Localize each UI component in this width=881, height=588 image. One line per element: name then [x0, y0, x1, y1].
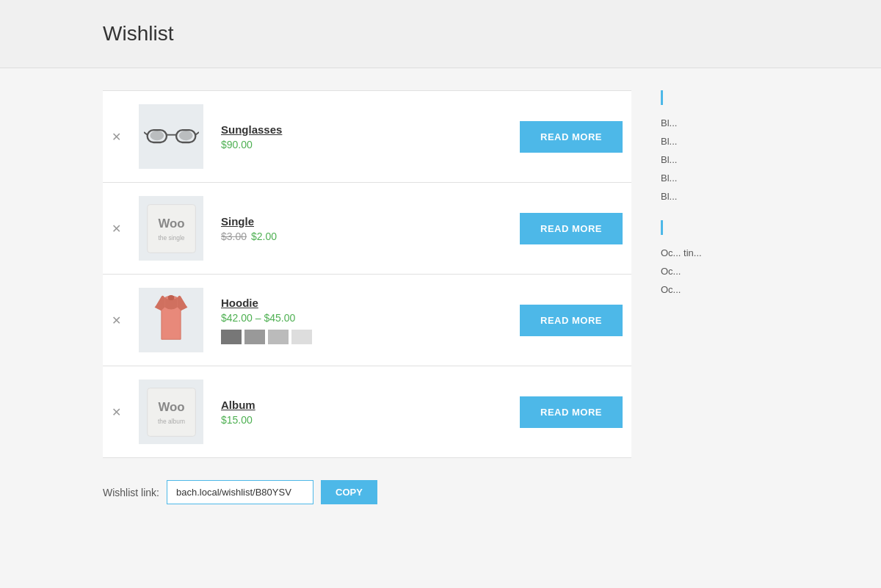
table-row: ✕ Woo the album Album $15.00 READ MORE [103, 366, 631, 458]
product-thumbnail [130, 91, 212, 183]
read-more-button[interactable]: READ MORE [520, 396, 623, 428]
page-title: Wishlist [103, 22, 778, 46]
product-thumb-image [139, 104, 203, 169]
product-info: Single $3.00$2.00 [212, 183, 411, 275]
remove-button[interactable]: ✕ [103, 183, 130, 275]
sidebar-item[interactable]: Bl... [661, 132, 778, 150]
copy-button[interactable]: COPY [321, 480, 377, 504]
sidebar-recent-comments-accent [661, 220, 663, 235]
svg-point-6 [178, 131, 192, 140]
product-thumbnail: Woo the single [130, 183, 212, 275]
remove-button[interactable]: ✕ [103, 366, 130, 458]
price-display: $90.00 [221, 139, 253, 150]
read-more-button[interactable]: READ MORE [520, 213, 623, 244]
sidebar-comment-item[interactable]: Oc... [661, 280, 778, 299]
svg-point-10 [168, 295, 175, 300]
read-more-button[interactable]: READ MORE [520, 305, 623, 336]
product-action: READ MORE [411, 275, 631, 366]
svg-text:the single: the single [158, 233, 184, 241]
product-thumb-image: Woo the single [139, 196, 203, 261]
read-more-button[interactable]: READ MORE [520, 121, 623, 153]
product-action: READ MORE [411, 366, 631, 458]
product-thumbnail: Woo the album [130, 366, 212, 458]
sidebar-recent-posts-list: Bl... Bl... Bl... Bl... Bl... [661, 114, 778, 206]
sidebar-comment-item[interactable]: Oc... tin... [661, 244, 778, 262]
product-action: READ MORE [411, 91, 631, 183]
product-name[interactable]: Sunglasses [221, 123, 402, 136]
color-swatches [221, 330, 402, 344]
product-price: $15.00 [221, 414, 402, 426]
sidebar: Bl... Bl... Bl... Bl... Bl... Oc... tin.… [661, 90, 778, 504]
sidebar-item[interactable]: Bl... [661, 114, 778, 132]
svg-point-5 [150, 131, 164, 140]
remove-button[interactable]: ✕ [103, 91, 130, 183]
remove-button[interactable]: ✕ [103, 275, 130, 366]
color-swatch[interactable] [244, 330, 265, 344]
product-name[interactable]: Album [221, 399, 402, 411]
sidebar-recent-comments-list: Oc... tin... Oc... Oc... [661, 244, 778, 299]
sidebar-item[interactable]: Bl... [661, 187, 778, 206]
svg-text:the album: the album [158, 417, 185, 424]
product-info: Hoodie $42.00 – $45.00 [212, 275, 411, 366]
wishlist-table: ✕ Sunglasses $90.00 READ MORE ✕ Woo the … [103, 90, 631, 458]
color-swatch[interactable] [291, 330, 312, 344]
product-thumb-image [139, 288, 203, 352]
sidebar-recent-posts-accent [661, 90, 663, 105]
product-thumbnail [130, 275, 212, 366]
wishlist-section: ✕ Sunglasses $90.00 READ MORE ✕ Woo the … [103, 90, 631, 504]
color-swatch[interactable] [268, 330, 289, 344]
sidebar-item[interactable]: Bl... [661, 169, 778, 187]
product-price: $3.00$2.00 [221, 231, 402, 242]
product-action: READ MORE [411, 183, 631, 275]
product-thumb-image: Woo the album [139, 380, 203, 444]
product-name[interactable]: Single [221, 215, 402, 228]
product-info: Album $15.00 [212, 366, 411, 458]
svg-text:Woo: Woo [158, 216, 184, 230]
price-sale: $2.00 [251, 231, 277, 242]
product-name[interactable]: Hoodie [221, 297, 402, 309]
product-price: $42.00 – $45.00 [221, 312, 402, 324]
price-original: $3.00 [221, 231, 247, 242]
table-row: ✕ Sunglasses $90.00 READ MORE [103, 91, 631, 183]
svg-line-3 [144, 131, 148, 134]
wishlist-link-section: Wishlist link: COPY [103, 480, 631, 504]
svg-line-4 [195, 131, 199, 134]
product-info: Sunglasses $90.00 [212, 91, 411, 183]
table-row: ✕ Hoodie $42.00 – $45.00 READ MORE [103, 275, 631, 366]
svg-text:Woo: Woo [158, 399, 184, 413]
product-price: $90.00 [221, 139, 402, 150]
sidebar-item[interactable]: Bl... [661, 150, 778, 169]
wishlist-link-label: Wishlist link: [103, 487, 159, 498]
price-display: $42.00 – $45.00 [221, 312, 295, 324]
sidebar-comment-item[interactable]: Oc... [661, 262, 778, 280]
table-row: ✕ Woo the single Single $3.00$2.00 READ … [103, 183, 631, 275]
price-display: $15.00 [221, 414, 253, 426]
wishlist-link-input[interactable] [167, 480, 313, 504]
color-swatch[interactable] [221, 330, 242, 344]
